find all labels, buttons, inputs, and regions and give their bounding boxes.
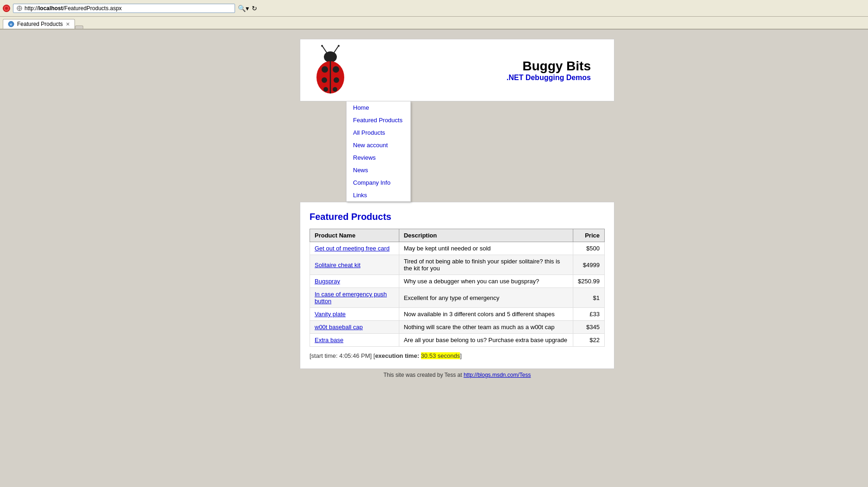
new-tab-button[interactable] — [75, 25, 83, 29]
col-header-name: Product Name — [310, 229, 399, 242]
svg-point-15 — [322, 77, 327, 83]
product-desc-cell: Nothing will scare the other team as muc… — [399, 321, 573, 334]
product-link[interactable]: Vanity plate — [315, 311, 346, 318]
svg-point-17 — [323, 87, 328, 92]
product-desc-cell: Why use a debugger when you can use bugs… — [399, 275, 573, 288]
col-header-price: Price — [573, 229, 604, 242]
main-container: Buggy Bits .NET Debugging Demos HomeFeat… — [300, 39, 614, 378]
nav-item[interactable]: Home — [347, 101, 410, 114]
svg-line-6 — [322, 46, 327, 53]
table-row: In case of emergency push buttonExcellen… — [310, 288, 605, 308]
footer-start: [start time: 4:05:46 PM] [ — [310, 352, 375, 359]
svg-point-7 — [321, 45, 323, 47]
products-section: Featured Products Product Name Descripti… — [300, 202, 614, 369]
product-price-cell: $250.99 — [573, 275, 604, 288]
product-link[interactable]: Bugspray — [315, 278, 340, 285]
tab-favicon: e — [8, 21, 14, 27]
nav-icon — [16, 5, 23, 12]
nav-item[interactable]: News — [347, 164, 410, 176]
product-name-cell: Solitaire cheat kit — [310, 255, 399, 275]
address-bar[interactable]: http://localhost/FeaturedProducts.aspx — [13, 4, 235, 13]
product-price-cell: $1 — [573, 288, 604, 308]
product-price-cell: $345 — [573, 321, 604, 334]
credit-link[interactable]: http://blogs.msdn.com/Tess — [464, 372, 531, 378]
svg-line-8 — [334, 46, 338, 53]
svg-point-13 — [322, 66, 328, 73]
ladybug-logo — [310, 44, 351, 95]
svg-point-1 — [5, 7, 8, 10]
section-title: Featured Products — [310, 212, 605, 222]
nav-item[interactable]: Company Info — [347, 176, 410, 189]
page-footer: [start time: 4:05:46 PM] [execution time… — [310, 352, 605, 359]
nav-item[interactable]: Reviews — [347, 151, 410, 164]
product-link[interactable]: Get out of meeting free card — [315, 245, 390, 252]
products-table: Product Name Description Price Get out o… — [310, 229, 605, 347]
nav-item[interactable]: New account — [347, 139, 410, 151]
product-link[interactable]: Extra base — [315, 337, 343, 343]
site-title: Buggy Bits — [356, 59, 591, 74]
svg-text:e: e — [10, 22, 12, 26]
refresh-button[interactable]: ↻ — [252, 5, 257, 12]
product-price-cell: $22 — [573, 334, 604, 347]
product-price-cell: £33 — [573, 308, 604, 321]
footer-end: ] — [460, 352, 462, 359]
table-row: Solitaire cheat kitTired of not being ab… — [310, 255, 605, 275]
product-desc-cell: May be kept until needed or sold — [399, 242, 573, 255]
tab-bar: e Featured Products ✕ — [0, 17, 868, 30]
svg-point-16 — [334, 77, 339, 83]
product-link[interactable]: w00t baseball cap — [315, 324, 363, 331]
product-price-cell: $4999 — [573, 255, 604, 275]
product-desc-cell: Now available in 3 different colors and … — [399, 308, 573, 321]
nav-item[interactable]: All Products — [347, 126, 410, 139]
search-button[interactable]: 🔍▾ — [238, 5, 249, 12]
active-tab[interactable]: e Featured Products ✕ — [3, 19, 75, 29]
svg-point-10 — [324, 51, 337, 62]
url-display: http://localhost/FeaturedProducts.aspx — [25, 5, 122, 12]
table-row: Get out of meeting free cardMay be kept … — [310, 242, 605, 255]
table-header: Product Name Description Price — [310, 229, 605, 242]
product-price-cell: $500 — [573, 242, 604, 255]
page-content: Buggy Bits .NET Debugging Demos HomeFeat… — [0, 30, 868, 378]
product-name-cell: Vanity plate — [310, 308, 399, 321]
product-link[interactable]: In case of emergency push button — [315, 291, 387, 305]
col-header-description: Description — [399, 229, 573, 242]
product-name-cell: w00t baseball cap — [310, 321, 399, 334]
site-header: Buggy Bits .NET Debugging Demos — [300, 39, 614, 101]
table-row: Extra baseAre all your base belong to us… — [310, 334, 605, 347]
table-row: w00t baseball capNothing will scare the … — [310, 321, 605, 334]
execution-value: 30.53 seconds — [421, 352, 460, 359]
execution-label: execution time: — [375, 352, 419, 359]
tab-label: Featured Products — [17, 21, 63, 27]
nav-item[interactable]: Links — [347, 189, 410, 201]
logo-container — [310, 44, 356, 96]
svg-point-18 — [333, 87, 337, 92]
product-desc-cell: Tired of not being able to finish your s… — [399, 255, 573, 275]
product-name-cell: In case of emergency push button — [310, 288, 399, 308]
product-link[interactable]: Solitaire cheat kit — [315, 262, 360, 268]
site-title-area: Buggy Bits .NET Debugging Demos — [356, 59, 605, 82]
svg-point-14 — [333, 66, 339, 73]
product-desc-cell: Are all your base belong to us? Purchase… — [399, 334, 573, 347]
product-name-cell: Bugspray — [310, 275, 399, 288]
credit-text: This site was created by Tess at — [384, 372, 464, 378]
nav-container: HomeFeatured ProductsAll ProductsNew acc… — [300, 101, 614, 202]
svg-point-9 — [338, 45, 340, 47]
browser-favicon — [3, 5, 10, 12]
products-tbody: Get out of meeting free cardMay be kept … — [310, 242, 605, 347]
table-row: Vanity plateNow available in 3 different… — [310, 308, 605, 321]
close-tab-button[interactable]: ✕ — [66, 21, 70, 27]
nav-item[interactable]: Featured Products — [347, 114, 410, 126]
product-name-cell: Extra base — [310, 334, 399, 347]
table-row: BugsprayWhy use a debugger when you can … — [310, 275, 605, 288]
product-name-cell: Get out of meeting free card — [310, 242, 399, 255]
site-subtitle: .NET Debugging Demos — [356, 74, 591, 82]
site-credit: This site was created by Tess at http://… — [300, 372, 614, 378]
browser-bar: http://localhost/FeaturedProducts.aspx 🔍… — [0, 0, 868, 17]
nav-dropdown: HomeFeatured ProductsAll ProductsNew acc… — [346, 101, 411, 202]
product-desc-cell: Excellent for any type of emergency — [399, 288, 573, 308]
